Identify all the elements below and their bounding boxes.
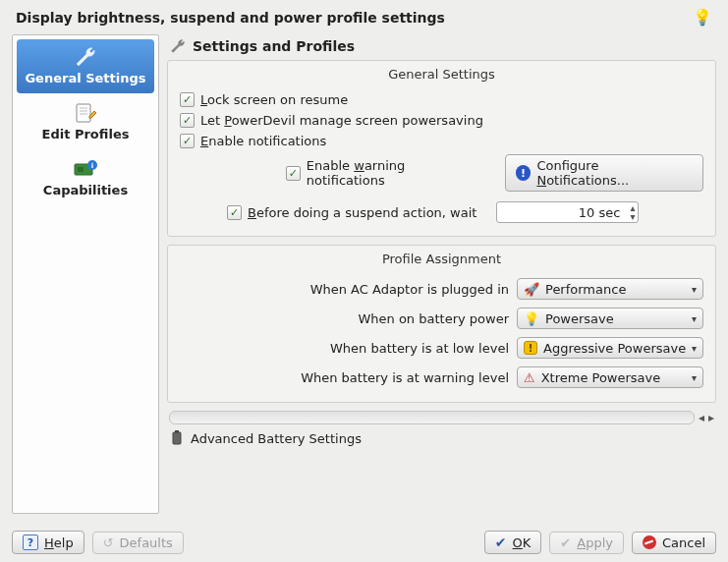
check-icon: ✔ bbox=[560, 535, 571, 550]
svg-rect-5 bbox=[78, 167, 84, 172]
label-lock-screen: Lock screen on resume bbox=[200, 92, 348, 107]
label-battery-low: When battery is at low level bbox=[180, 341, 509, 356]
select-battery-warning[interactable]: ⚠ Xtreme Powersave ▾ bbox=[517, 366, 703, 388]
apply-button[interactable]: ✔ Apply bbox=[549, 532, 624, 554]
select-value: Powersave bbox=[545, 311, 614, 326]
alert-icon: ⚠ bbox=[524, 370, 535, 385]
select-value: Aggressive Powersave bbox=[543, 341, 686, 356]
configure-notifications-button[interactable]: ! Configure Notifications... bbox=[505, 154, 703, 192]
sidebar-item-label: Edit Profiles bbox=[42, 127, 130, 141]
label-ac-adaptor: When AC Adaptor is plugged in bbox=[180, 282, 509, 297]
select-battery-power[interactable]: 💡 Powersave ▾ bbox=[517, 308, 703, 329]
label-battery-power: When on battery power bbox=[180, 311, 509, 326]
panel-title-profile: Profile Assignment bbox=[168, 246, 715, 274]
select-ac-adaptor[interactable]: 🚀 Performance ▾ bbox=[517, 278, 703, 300]
hardware-info-icon: i bbox=[72, 157, 99, 181]
warning-icon: ! bbox=[524, 341, 537, 355]
section-title: Settings and Profiles bbox=[193, 38, 355, 54]
checkbox-suspend-wait[interactable] bbox=[227, 205, 242, 220]
info-icon: ! bbox=[516, 165, 532, 181]
suspend-wait-spinbox[interactable]: 10 sec ▴▾ bbox=[496, 201, 639, 223]
rocket-icon: 🚀 bbox=[524, 282, 539, 297]
help-icon: ? bbox=[23, 534, 38, 550]
label-suspend-wait: Before doing a suspend action, wait bbox=[248, 205, 476, 220]
label-powerdevil: Let PowerDevil manage screen powersaving bbox=[200, 113, 483, 128]
sidebar-item-label: General Settings bbox=[25, 71, 145, 85]
dialog-button-bar: ? Help ↺ Defaults ✔ OK ✔ Apply Cancel bbox=[0, 522, 728, 562]
undo-icon: ↺ bbox=[103, 535, 114, 550]
checkbox-warning-notifications[interactable] bbox=[286, 166, 301, 181]
sidebar-item-capabilities[interactable]: i Capabilities bbox=[17, 151, 154, 205]
checkbox-lock-screen[interactable] bbox=[180, 92, 195, 107]
chevron-down-icon: ▾ bbox=[692, 313, 697, 324]
lightbulb-icon[interactable]: 💡 bbox=[693, 8, 712, 27]
general-settings-panel: General Settings Lock screen on resume L… bbox=[167, 60, 716, 237]
label-warning-notifications: Enable warning notifications bbox=[307, 158, 485, 188]
select-battery-low[interactable]: ! Aggressive Powersave ▾ bbox=[517, 337, 703, 359]
wrench-icon bbox=[72, 45, 99, 69]
wrench-icon bbox=[169, 38, 187, 54]
check-icon: ✔ bbox=[495, 534, 507, 550]
scroll-right-icon[interactable]: ▸ bbox=[708, 411, 714, 424]
select-value: Xtreme Powersave bbox=[541, 370, 661, 385]
profile-assignment-panel: Profile Assignment When AC Adaptor is pl… bbox=[167, 245, 716, 403]
spinner-arrows-icon[interactable]: ▴▾ bbox=[630, 203, 635, 221]
panel-title-general: General Settings bbox=[168, 61, 715, 89]
lightbulb-icon: 💡 bbox=[524, 311, 539, 326]
chevron-down-icon: ▾ bbox=[692, 284, 697, 295]
chevron-down-icon: ▾ bbox=[692, 372, 697, 383]
checkbox-enable-notifications[interactable] bbox=[180, 134, 195, 148]
page-title: Display brightness, suspend and power pr… bbox=[16, 10, 693, 26]
label-enable-notifications: Enable notifications bbox=[200, 134, 326, 148]
battery-icon bbox=[171, 430, 183, 446]
sidebar-item-edit-profiles[interactable]: Edit Profiles bbox=[17, 95, 154, 149]
cancel-icon bbox=[643, 535, 656, 549]
svg-text:i: i bbox=[91, 162, 93, 170]
checkbox-powerdevil[interactable] bbox=[180, 113, 195, 128]
advanced-battery-settings-label[interactable]: Advanced Battery Settings bbox=[191, 431, 362, 446]
suspend-wait-value: 10 sec bbox=[579, 205, 621, 220]
cancel-button[interactable]: Cancel bbox=[632, 532, 716, 554]
select-value: Performance bbox=[545, 282, 626, 297]
sidebar-item-general-settings[interactable]: General Settings bbox=[17, 39, 154, 93]
defaults-button[interactable]: ↺ Defaults bbox=[92, 532, 184, 554]
sidebar: General Settings Edit Profiles i Capabil… bbox=[12, 34, 159, 514]
svg-rect-9 bbox=[175, 430, 179, 432]
help-button[interactable]: ? Help bbox=[12, 531, 84, 554]
scroll-left-icon[interactable]: ◂ bbox=[699, 411, 704, 424]
horizontal-scrollbar[interactable] bbox=[169, 411, 695, 424]
chevron-down-icon: ▾ bbox=[692, 343, 697, 354]
label-battery-warning: When battery is at warning level bbox=[180, 370, 509, 385]
ok-button[interactable]: ✔ OK bbox=[484, 531, 542, 554]
svg-rect-0 bbox=[77, 104, 90, 122]
svg-rect-8 bbox=[173, 432, 181, 444]
document-pencil-icon bbox=[72, 101, 99, 125]
sidebar-item-label: Capabilities bbox=[43, 183, 128, 197]
